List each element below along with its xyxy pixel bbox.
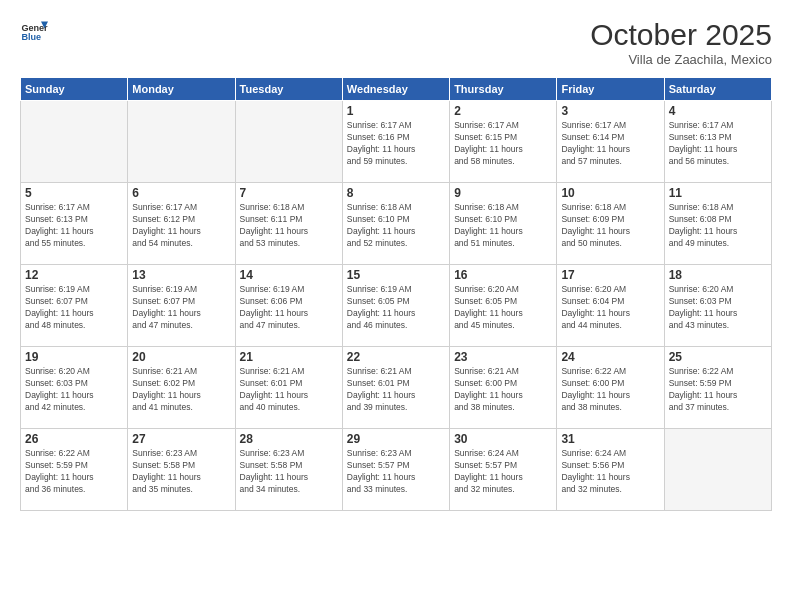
logo-icon: General Blue xyxy=(20,18,48,46)
day-number: 20 xyxy=(132,350,230,364)
day-info: Sunrise: 6:17 AMSunset: 6:13 PMDaylight:… xyxy=(669,120,767,168)
calendar-table: SundayMondayTuesdayWednesdayThursdayFrid… xyxy=(20,77,772,511)
day-info: Sunrise: 6:24 AMSunset: 5:56 PMDaylight:… xyxy=(561,448,659,496)
day-number: 11 xyxy=(669,186,767,200)
day-info: Sunrise: 6:21 AMSunset: 6:02 PMDaylight:… xyxy=(132,366,230,414)
day-info: Sunrise: 6:17 AMSunset: 6:15 PMDaylight:… xyxy=(454,120,552,168)
table-row: 11Sunrise: 6:18 AMSunset: 6:08 PMDayligh… xyxy=(664,183,771,265)
table-row: 12Sunrise: 6:19 AMSunset: 6:07 PMDayligh… xyxy=(21,265,128,347)
day-info: Sunrise: 6:17 AMSunset: 6:16 PMDaylight:… xyxy=(347,120,445,168)
day-number: 8 xyxy=(347,186,445,200)
calendar-week-1: 1Sunrise: 6:17 AMSunset: 6:16 PMDaylight… xyxy=(21,101,772,183)
day-info: Sunrise: 6:22 AMSunset: 6:00 PMDaylight:… xyxy=(561,366,659,414)
table-row: 18Sunrise: 6:20 AMSunset: 6:03 PMDayligh… xyxy=(664,265,771,347)
day-number: 25 xyxy=(669,350,767,364)
day-info: Sunrise: 6:18 AMSunset: 6:09 PMDaylight:… xyxy=(561,202,659,250)
day-number: 7 xyxy=(240,186,338,200)
table-row: 28Sunrise: 6:23 AMSunset: 5:58 PMDayligh… xyxy=(235,429,342,511)
day-number: 19 xyxy=(25,350,123,364)
weekday-header-wednesday: Wednesday xyxy=(342,78,449,101)
table-row: 6Sunrise: 6:17 AMSunset: 6:12 PMDaylight… xyxy=(128,183,235,265)
table-row: 16Sunrise: 6:20 AMSunset: 6:05 PMDayligh… xyxy=(450,265,557,347)
calendar-week-5: 26Sunrise: 6:22 AMSunset: 5:59 PMDayligh… xyxy=(21,429,772,511)
day-info: Sunrise: 6:17 AMSunset: 6:14 PMDaylight:… xyxy=(561,120,659,168)
day-number: 16 xyxy=(454,268,552,282)
day-info: Sunrise: 6:21 AMSunset: 6:00 PMDaylight:… xyxy=(454,366,552,414)
table-row xyxy=(664,429,771,511)
table-row: 20Sunrise: 6:21 AMSunset: 6:02 PMDayligh… xyxy=(128,347,235,429)
table-row: 27Sunrise: 6:23 AMSunset: 5:58 PMDayligh… xyxy=(128,429,235,511)
table-row: 19Sunrise: 6:20 AMSunset: 6:03 PMDayligh… xyxy=(21,347,128,429)
day-number: 22 xyxy=(347,350,445,364)
day-info: Sunrise: 6:22 AMSunset: 5:59 PMDaylight:… xyxy=(669,366,767,414)
calendar-week-2: 5Sunrise: 6:17 AMSunset: 6:13 PMDaylight… xyxy=(21,183,772,265)
day-number: 12 xyxy=(25,268,123,282)
table-row xyxy=(128,101,235,183)
day-number: 21 xyxy=(240,350,338,364)
table-row: 1Sunrise: 6:17 AMSunset: 6:16 PMDaylight… xyxy=(342,101,449,183)
weekday-header-saturday: Saturday xyxy=(664,78,771,101)
table-row: 23Sunrise: 6:21 AMSunset: 6:00 PMDayligh… xyxy=(450,347,557,429)
day-info: Sunrise: 6:20 AMSunset: 6:03 PMDaylight:… xyxy=(25,366,123,414)
table-row: 2Sunrise: 6:17 AMSunset: 6:15 PMDaylight… xyxy=(450,101,557,183)
day-number: 23 xyxy=(454,350,552,364)
day-info: Sunrise: 6:18 AMSunset: 6:10 PMDaylight:… xyxy=(347,202,445,250)
table-row: 10Sunrise: 6:18 AMSunset: 6:09 PMDayligh… xyxy=(557,183,664,265)
day-number: 1 xyxy=(347,104,445,118)
logo: General Blue xyxy=(20,18,48,46)
day-info: Sunrise: 6:18 AMSunset: 6:10 PMDaylight:… xyxy=(454,202,552,250)
day-number: 17 xyxy=(561,268,659,282)
day-info: Sunrise: 6:23 AMSunset: 5:58 PMDaylight:… xyxy=(240,448,338,496)
day-number: 28 xyxy=(240,432,338,446)
day-number: 30 xyxy=(454,432,552,446)
table-row xyxy=(21,101,128,183)
location-subtitle: Villa de Zaachila, Mexico xyxy=(590,52,772,67)
table-row: 13Sunrise: 6:19 AMSunset: 6:07 PMDayligh… xyxy=(128,265,235,347)
day-number: 26 xyxy=(25,432,123,446)
day-number: 4 xyxy=(669,104,767,118)
day-number: 9 xyxy=(454,186,552,200)
table-row: 21Sunrise: 6:21 AMSunset: 6:01 PMDayligh… xyxy=(235,347,342,429)
table-row: 17Sunrise: 6:20 AMSunset: 6:04 PMDayligh… xyxy=(557,265,664,347)
weekday-header-monday: Monday xyxy=(128,78,235,101)
day-number: 6 xyxy=(132,186,230,200)
day-number: 15 xyxy=(347,268,445,282)
day-info: Sunrise: 6:23 AMSunset: 5:57 PMDaylight:… xyxy=(347,448,445,496)
month-title: October 2025 xyxy=(590,18,772,52)
table-row: 22Sunrise: 6:21 AMSunset: 6:01 PMDayligh… xyxy=(342,347,449,429)
day-info: Sunrise: 6:19 AMSunset: 6:05 PMDaylight:… xyxy=(347,284,445,332)
calendar-week-3: 12Sunrise: 6:19 AMSunset: 6:07 PMDayligh… xyxy=(21,265,772,347)
day-number: 24 xyxy=(561,350,659,364)
table-row: 14Sunrise: 6:19 AMSunset: 6:06 PMDayligh… xyxy=(235,265,342,347)
day-info: Sunrise: 6:17 AMSunset: 6:13 PMDaylight:… xyxy=(25,202,123,250)
weekday-header-row: SundayMondayTuesdayWednesdayThursdayFrid… xyxy=(21,78,772,101)
day-info: Sunrise: 6:18 AMSunset: 6:11 PMDaylight:… xyxy=(240,202,338,250)
table-row: 30Sunrise: 6:24 AMSunset: 5:57 PMDayligh… xyxy=(450,429,557,511)
weekday-header-thursday: Thursday xyxy=(450,78,557,101)
day-info: Sunrise: 6:21 AMSunset: 6:01 PMDaylight:… xyxy=(240,366,338,414)
day-number: 2 xyxy=(454,104,552,118)
day-number: 5 xyxy=(25,186,123,200)
table-row: 7Sunrise: 6:18 AMSunset: 6:11 PMDaylight… xyxy=(235,183,342,265)
table-row: 25Sunrise: 6:22 AMSunset: 5:59 PMDayligh… xyxy=(664,347,771,429)
day-info: Sunrise: 6:19 AMSunset: 6:07 PMDaylight:… xyxy=(132,284,230,332)
weekday-header-friday: Friday xyxy=(557,78,664,101)
table-row: 15Sunrise: 6:19 AMSunset: 6:05 PMDayligh… xyxy=(342,265,449,347)
day-info: Sunrise: 6:24 AMSunset: 5:57 PMDaylight:… xyxy=(454,448,552,496)
day-info: Sunrise: 6:20 AMSunset: 6:05 PMDaylight:… xyxy=(454,284,552,332)
table-row xyxy=(235,101,342,183)
day-number: 3 xyxy=(561,104,659,118)
table-row: 24Sunrise: 6:22 AMSunset: 6:00 PMDayligh… xyxy=(557,347,664,429)
weekday-header-sunday: Sunday xyxy=(21,78,128,101)
table-row: 9Sunrise: 6:18 AMSunset: 6:10 PMDaylight… xyxy=(450,183,557,265)
svg-text:Blue: Blue xyxy=(21,32,41,42)
table-row: 26Sunrise: 6:22 AMSunset: 5:59 PMDayligh… xyxy=(21,429,128,511)
day-info: Sunrise: 6:22 AMSunset: 5:59 PMDaylight:… xyxy=(25,448,123,496)
calendar-body: 1Sunrise: 6:17 AMSunset: 6:16 PMDaylight… xyxy=(21,101,772,511)
day-number: 27 xyxy=(132,432,230,446)
day-number: 31 xyxy=(561,432,659,446)
table-row: 5Sunrise: 6:17 AMSunset: 6:13 PMDaylight… xyxy=(21,183,128,265)
day-info: Sunrise: 6:23 AMSunset: 5:58 PMDaylight:… xyxy=(132,448,230,496)
table-row: 31Sunrise: 6:24 AMSunset: 5:56 PMDayligh… xyxy=(557,429,664,511)
day-info: Sunrise: 6:19 AMSunset: 6:06 PMDaylight:… xyxy=(240,284,338,332)
